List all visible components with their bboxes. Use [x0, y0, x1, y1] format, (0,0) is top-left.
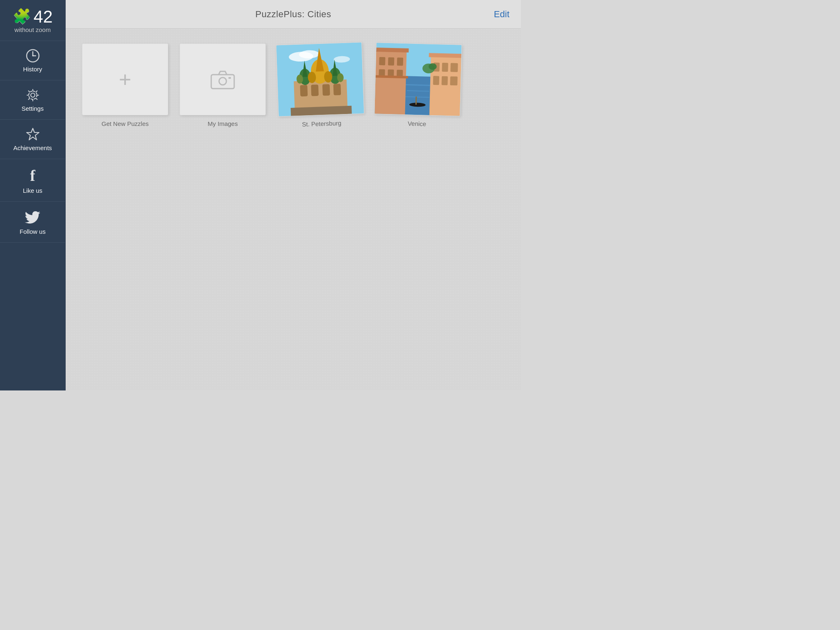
- sidebar-item-achievements-label: Achievements: [13, 144, 52, 151]
- svg-rect-47: [433, 76, 439, 85]
- puzzle-label-venice: Venice: [408, 120, 426, 127]
- edit-button[interactable]: Edit: [494, 9, 509, 20]
- svg-rect-17: [333, 84, 341, 95]
- camera-icon: [210, 70, 235, 89]
- svg-rect-48: [441, 76, 447, 85]
- svg-rect-45: [442, 63, 448, 72]
- svg-marker-5: [27, 128, 39, 140]
- svg-rect-49: [450, 76, 457, 85]
- puzzles-row: + Get New Puzzles My Images: [82, 43, 504, 127]
- svg-rect-8: [228, 77, 231, 79]
- puzzle-thumb-new: +: [82, 43, 168, 115]
- page-title: PuzzlePlus: Cities: [255, 9, 331, 20]
- add-icon: +: [119, 69, 131, 90]
- puzzle-label-new: Get New Puzzles: [101, 120, 148, 127]
- svg-rect-50: [429, 53, 461, 58]
- topbar: PuzzlePlus: Cities Edit: [66, 0, 521, 29]
- sidebar-item-follow-label: Follow us: [20, 228, 46, 235]
- svg-rect-15: [311, 84, 319, 96]
- puzzle-label-stpete: St. Petersburg: [302, 119, 341, 128]
- twitter-icon: [25, 209, 41, 226]
- svg-rect-41: [376, 48, 409, 52]
- puzzle-thumb-stpete: [276, 42, 365, 116]
- svg-rect-30: [403, 76, 432, 115]
- star-icon: [25, 127, 40, 142]
- puzzle-sublabel: without zoom: [14, 26, 50, 33]
- score-section: 🧩 42 without zoom: [0, 0, 65, 41]
- svg-rect-46: [450, 63, 458, 72]
- puzzle-icon: 🧩: [13, 9, 31, 24]
- svg-rect-16: [322, 84, 330, 96]
- sidebar-item-settings[interactable]: Settings: [0, 80, 65, 120]
- sidebar-item-like[interactable]: f Like us: [0, 159, 65, 202]
- sidebar-item-settings-label: Settings: [21, 105, 43, 112]
- sidebar: 🧩 42 without zoom History Settings Achie…: [0, 0, 66, 390]
- svg-rect-36: [388, 57, 394, 66]
- facebook-icon: f: [30, 167, 35, 185]
- puzzle-card-images[interactable]: My Images: [180, 43, 266, 127]
- svg-rect-14: [300, 85, 308, 96]
- puzzle-thumb-images: [180, 43, 266, 115]
- svg-rect-6: [211, 75, 234, 89]
- sidebar-item-follow[interactable]: Follow us: [0, 202, 65, 243]
- main-content: PuzzlePlus: Cities Edit + Get New Puzzle…: [66, 0, 521, 390]
- puzzle-count: 42: [34, 8, 53, 25]
- puzzle-thumb-venice: [374, 42, 462, 116]
- puzzle-label-images: My Images: [208, 120, 237, 127]
- sidebar-item-history[interactable]: History: [0, 41, 65, 80]
- puzzle-card-venice[interactable]: Venice: [374, 42, 462, 128]
- clock-icon: [25, 48, 40, 63]
- puzzle-card-stpete[interactable]: St. Petersburg: [276, 42, 365, 128]
- svg-rect-37: [397, 57, 403, 66]
- gear-icon: [25, 88, 40, 103]
- svg-point-3: [31, 93, 35, 97]
- svg-rect-35: [379, 57, 385, 65]
- sidebar-item-history-label: History: [23, 66, 42, 73]
- svg-point-7: [219, 78, 226, 85]
- content-area: + Get New Puzzles My Images: [66, 29, 521, 390]
- sidebar-item-achievements[interactable]: Achievements: [0, 120, 65, 159]
- puzzle-card-new[interactable]: + Get New Puzzles: [82, 43, 168, 127]
- sidebar-item-like-label: Like us: [23, 187, 43, 194]
- svg-rect-54: [415, 96, 417, 105]
